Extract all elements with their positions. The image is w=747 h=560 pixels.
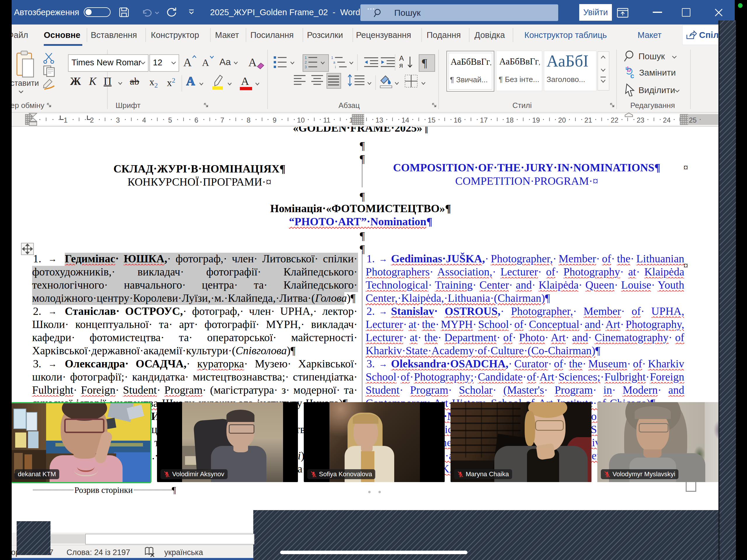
svg-text:c: c <box>630 72 634 80</box>
svg-text:a: a <box>333 60 335 65</box>
svg-text:3: 3 <box>305 65 307 69</box>
svg-text:2: 2 <box>305 60 307 65</box>
svg-text:1: 1 <box>305 55 307 60</box>
svg-text:1: 1 <box>331 56 333 60</box>
svg-text:i: i <box>335 65 336 69</box>
